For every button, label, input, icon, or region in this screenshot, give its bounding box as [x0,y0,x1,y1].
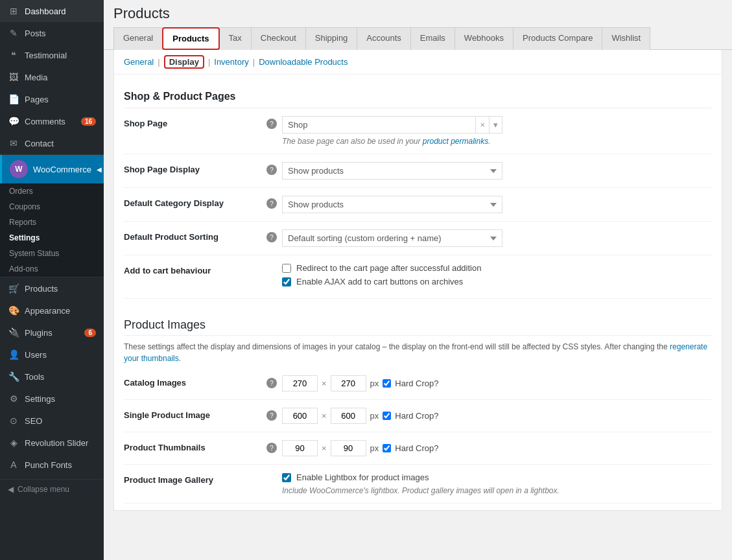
sidebar: ⊞ Dashboard ✎ Posts ❝ Testimonial 🖼 Medi… [0,0,104,560]
tab-products-compare[interactable]: Products Compare [513,27,602,50]
thumb-height-input[interactable] [331,440,366,456]
help-icon-5[interactable]: ? [266,378,277,388]
sidebar-item-dashboard[interactable]: ⊞ Dashboard [0,0,104,22]
shop-page-dropdown-icon[interactable]: ▾ [489,117,502,133]
sidebar-item-posts[interactable]: ✎ Posts [0,22,104,44]
sidebar-item-comments[interactable]: 💬 Comments 16 [0,110,104,132]
tab-tax[interactable]: Tax [219,27,252,50]
subnav-display[interactable]: Display [164,55,204,69]
ajax-cart-checkbox[interactable] [282,277,291,286]
tab-shipping[interactable]: Shipping [305,27,358,50]
sidebar-item-tools[interactable]: 🔧 Tools [0,366,104,388]
sidebar-item-orders[interactable]: Orders [0,183,104,199]
ajax-cart-label[interactable]: Enable AJAX add to cart buttons on archi… [296,277,463,286]
redirect-cart-label[interactable]: Redirect to the cart page after successf… [296,263,481,273]
sidebar-item-settings[interactable]: Settings [0,230,104,246]
help-icon-7[interactable]: ? [266,443,277,453]
add-to-cart-row: Add to cart behaviour Redirect to the ca… [124,255,712,299]
default-product-sorting-select[interactable]: Default sorting (custom ordering + name)… [282,229,502,247]
shop-page-display-help[interactable]: ? [266,162,282,175]
thumb-hard-crop-checkbox[interactable] [383,444,391,452]
shop-page-select[interactable]: Shop × ▾ [282,116,502,134]
lightbox-label[interactable]: Enable Lightbox for product images [296,472,429,482]
tab-general[interactable]: General [113,27,163,50]
settings2-icon: ⚙ [8,393,19,404]
tools-icon: 🔧 [8,371,19,382]
single-hard-crop-label[interactable]: Hard Crop? [395,411,438,421]
default-sorting-help[interactable]: ? [266,229,282,242]
appearance-icon: 🎨 [8,305,19,316]
catalog-hard-crop-checkbox[interactable] [383,379,391,388]
product-images-note: These settings affect the display and di… [124,341,712,364]
shop-page-value: Shop [283,117,475,133]
help-icon-4[interactable]: ? [266,232,277,242]
tools-label: Tools [25,372,44,382]
add-to-cart-label: Add to cart behaviour [124,263,266,275]
sidebar-item-addons[interactable]: Add-ons [0,261,104,277]
shop-page-clear-icon[interactable]: × [475,117,489,133]
tab-accounts[interactable]: Accounts [357,27,410,50]
single-height-input[interactable] [331,408,366,424]
sidebar-item-woocommerce[interactable]: W WooCommerce ◀ [0,155,104,183]
dashboard-icon: ⊞ [8,5,19,17]
default-category-help[interactable]: ? [266,196,282,209]
subnav-general[interactable]: General [124,57,154,67]
shop-page-display-select[interactable]: Show products Show categories Show categ… [282,162,502,180]
default-product-sorting-row: Default Product Sorting ? Default sortin… [124,222,712,255]
sidebar-item-seo[interactable]: ⊙ SEO [0,410,104,432]
single-hard-crop-checkbox[interactable] [383,412,391,420]
sidebar-item-appearance[interactable]: 🎨 Appearance [0,299,104,321]
single-width-input[interactable] [282,408,318,424]
help-icon[interactable]: ? [266,119,277,129]
sidebar-item-coupons[interactable]: Coupons [0,199,104,215]
sidebar-item-users[interactable]: 👤 Users [0,344,104,366]
sidebar-item-system-status[interactable]: System Status [0,246,104,261]
thumb-hard-crop-label[interactable]: Hard Crop? [395,443,438,453]
collapse-menu-button[interactable]: ◀ Collapse menu [0,479,104,499]
sidebar-item-media[interactable]: 🖼 Media [0,66,104,88]
thumb-width-input[interactable] [282,440,318,456]
tab-wishlist[interactable]: Wishlist [602,27,650,50]
product-thumbnails-help[interactable]: ? [266,440,282,453]
testimonial-icon: ❝ [8,49,19,61]
catalog-hard-crop-label[interactable]: Hard Crop? [395,379,438,388]
single-product-help[interactable]: ? [266,408,282,421]
subnav-inventory[interactable]: Inventory [214,57,248,67]
sidebar-item-punch-fonts[interactable]: A Punch Fonts [0,454,104,476]
catalog-images-help[interactable]: ? [266,375,282,388]
lightbox-checkbox[interactable] [282,473,291,482]
default-category-display-select[interactable]: Show products Show subcategories Show su… [282,196,502,213]
tabs-bar: General Products Tax Checkout Shipping A… [104,27,732,50]
regenerate-thumbnails-link[interactable]: regenerate your thumbnails [124,342,707,363]
product-images-title: Product Images [124,312,712,336]
media-icon: 🖼 [8,71,19,83]
shop-page-display-label: Shop Page Display [124,162,266,174]
shop-page-help[interactable]: ? [266,116,282,129]
tab-webhooks[interactable]: Webhooks [455,27,514,50]
add-to-cart-help [266,263,282,266]
catalog-dimensions: × px Hard Crop? [282,375,712,391]
help-icon-6[interactable]: ? [266,410,277,421]
sidebar-item-testimonial[interactable]: ❝ Testimonial [0,44,104,66]
shop-page-label: Shop Page [124,116,266,128]
subnav-downloadable[interactable]: Downloadable Products [259,57,348,67]
sidebar-item-pages[interactable]: 📄 Pages [0,88,104,110]
catalog-height-input[interactable] [331,375,366,391]
shop-page-display-row: Shop Page Display ? Show products Show c… [124,154,712,188]
sidebar-item-plugins[interactable]: 🔌 Plugins 6 [0,321,104,344]
sidebar-item-contact[interactable]: ✉ Contact [0,132,104,154]
sidebar-item-revolution-slider[interactable]: ◈ Revolution Slider [0,432,104,454]
tab-products[interactable]: Products [162,27,219,50]
sidebar-item-label: Comments [25,117,65,126]
single-px-label: px [370,411,379,421]
sidebar-item-reports[interactable]: Reports [0,215,104,230]
redirect-cart-checkbox[interactable] [282,264,291,273]
catalog-width-input[interactable] [282,375,318,391]
tab-emails[interactable]: Emails [410,27,455,50]
tab-checkout[interactable]: Checkout [251,27,306,50]
product-permalinks-link[interactable]: product permalinks [423,137,488,146]
help-icon-3[interactable]: ? [266,198,277,209]
sidebar-item-settings2[interactable]: ⚙ Settings [0,388,104,410]
help-icon-2[interactable]: ? [266,165,277,175]
sidebar-item-products[interactable]: 🛒 Products [0,277,104,299]
